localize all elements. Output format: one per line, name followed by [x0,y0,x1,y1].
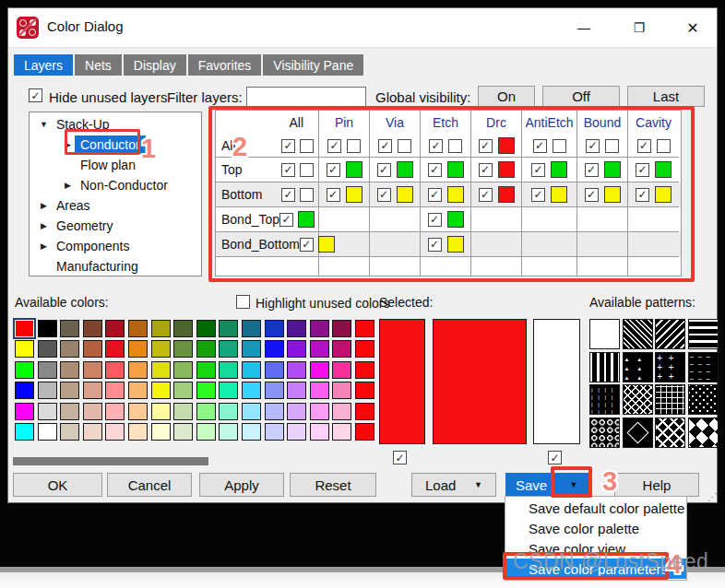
tree-item-flow-plan[interactable]: Flow plan [30,155,201,175]
visibility-checkbox[interactable] [533,139,547,153]
tab-visibility-pane[interactable]: Visibility Pane [263,54,363,76]
visibility-checkbox[interactable] [378,139,392,153]
visibility-checkbox[interactable] [531,163,545,177]
menu-item-save-default-color-palette[interactable]: Save default color palette [505,498,686,518]
palette-swatch[interactable] [355,403,374,420]
tab-layers[interactable]: Layers [14,54,73,76]
color-swatch[interactable] [447,186,464,203]
collapsed-arrow-icon[interactable]: ▶ [37,221,51,230]
visibility-checkbox[interactable] [531,188,545,202]
palette-swatch[interactable] [105,361,125,379]
pattern-swatch-plus-signs[interactable] [655,352,685,382]
palette-swatch[interactable] [196,382,216,399]
palette-swatch[interactable] [355,423,374,441]
palette-swatch[interactable] [105,382,125,399]
palette-swatch[interactable] [173,382,193,399]
visibility-checkbox[interactable] [479,139,493,153]
palette-swatch[interactable] [38,382,57,399]
palette-swatch[interactable] [332,340,351,358]
palette-swatch[interactable] [128,382,148,399]
pattern-swatch-dot-diamonds[interactable] [688,384,719,415]
palette-swatch[interactable] [38,320,57,337]
palette-swatch[interactable] [265,423,284,441]
visibility-checkbox[interactable] [585,188,599,202]
tree-item-areas[interactable]: ▶Areas [30,195,201,216]
palette-swatch[interactable] [355,361,374,379]
palette-swatch[interactable] [287,320,306,337]
help-button[interactable]: Help [614,473,699,497]
palette-swatch[interactable] [83,340,102,358]
visibility-checkbox[interactable] [300,238,314,252]
color-checkbox[interactable] [605,139,619,153]
tree-item-geometry[interactable]: ▶Geometry [30,216,201,236]
palette-swatch[interactable] [173,320,193,337]
palette-swatch[interactable] [151,403,171,420]
palette-swatch[interactable] [310,340,329,358]
palette-swatch[interactable] [83,403,102,420]
palette-swatch[interactable] [287,340,306,358]
maximize-button[interactable]: ❐ [619,8,660,47]
pattern-swatch-diamond-outline[interactable] [623,417,653,448]
palette-swatch[interactable] [265,403,284,420]
palette-swatch[interactable] [219,382,238,399]
save-button[interactable]: Save [505,473,557,497]
visibility-checkbox[interactable] [428,238,442,252]
selected-checkbox-1[interactable] [393,451,407,465]
reset-button[interactable]: Reset [290,473,376,497]
palette-swatch[interactable] [355,320,374,337]
palette-swatch[interactable] [38,340,57,358]
palette-swatch[interactable] [15,361,34,379]
palette-swatch[interactable] [83,320,102,337]
palette-swatch[interactable] [219,403,238,420]
color-checkbox[interactable] [657,139,671,153]
visibility-checkbox[interactable] [428,213,442,227]
color-swatch[interactable] [447,236,464,253]
resize-grip[interactable]: ⋰ [707,491,718,503]
palette-swatch[interactable] [287,361,306,379]
visibility-checkbox[interactable] [327,139,341,153]
palette-swatch[interactable] [38,403,57,420]
global-on-button[interactable]: On [478,86,535,107]
pattern-swatch-filled-diamonds[interactable] [688,417,719,448]
palette-swatch[interactable] [173,403,193,420]
expanded-arrow-icon[interactable]: ▼ [37,120,51,129]
pattern-swatch-diagonal-crosshatch[interactable] [623,384,653,415]
palette-swatch[interactable] [60,320,79,337]
palette-swatch[interactable] [60,340,79,358]
pattern-swatch-circles[interactable] [589,417,620,448]
color-checkbox[interactable] [398,139,411,153]
palette-swatch[interactable] [60,361,79,379]
palette-swatch[interactable] [173,340,193,358]
tree-item-non-conductor[interactable]: ▶Non-Conductor [30,175,201,195]
tab-favorites[interactable]: Favorites [188,54,262,76]
palette-swatch[interactable] [219,340,238,358]
palette-swatch[interactable] [242,340,261,358]
visibility-checkbox[interactable] [479,188,493,202]
palette-swatch[interactable] [105,340,125,358]
menu-item-save-color-view[interactable]: Save color view [505,538,686,559]
visibility-checkbox[interactable] [636,163,649,177]
filter-layers-input[interactable] [246,87,366,107]
palette-swatch[interactable] [83,361,102,379]
palette-swatch[interactable] [38,423,57,441]
minimize-button[interactable]: — [564,8,604,47]
collapsed-arrow-icon[interactable]: ▶ [61,140,75,149]
save-dropdown-button[interactable]: ▼ [557,473,590,497]
hide-unused-layers-checkbox[interactable] [29,88,42,102]
collapsed-arrow-icon[interactable]: ▶ [61,181,75,190]
palette-swatch[interactable] [265,320,284,337]
tree-item-stack-up[interactable]: ▼Stack-Up [30,114,201,135]
palette-swatch[interactable] [83,382,102,399]
palette-swatch[interactable] [151,423,171,441]
palette-scrollbar-thumb[interactable] [13,457,208,465]
palette-swatch[interactable] [15,320,34,337]
pattern-swatch-solid[interactable] [589,319,620,349]
palette-swatch[interactable] [242,320,261,337]
palette-swatch[interactable] [242,382,261,399]
palette-swatch[interactable] [105,423,125,441]
color-swatch[interactable] [498,186,515,203]
palette-swatch[interactable] [60,423,79,441]
palette-swatch[interactable] [38,361,57,379]
pattern-swatch-diamond-crosshatch[interactable] [655,417,685,448]
visibility-checkbox[interactable] [586,139,600,153]
